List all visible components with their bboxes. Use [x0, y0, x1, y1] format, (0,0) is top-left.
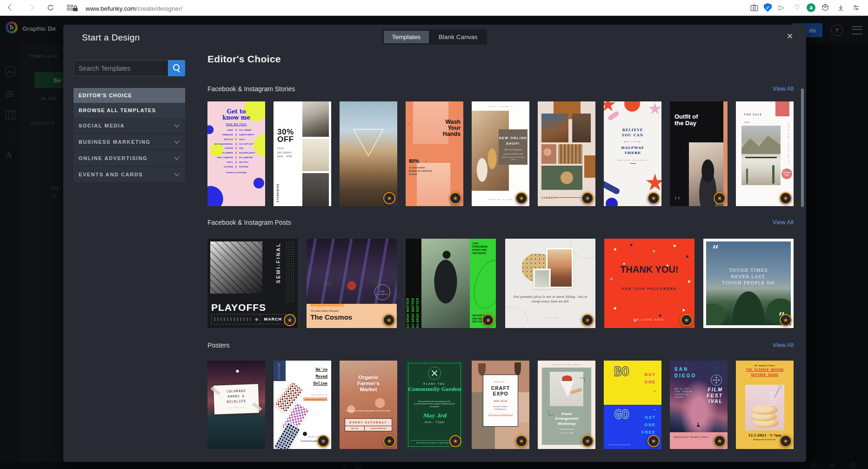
category-events-and-cards[interactable]: EVENTS AND CARDS	[73, 167, 185, 182]
view-all-posters[interactable]: View All	[773, 342, 794, 348]
template-community-garden[interactable]: PLANT THE Community Garden All are welco…	[406, 361, 463, 449]
band-stamp: THE COSMOS	[374, 284, 390, 300]
template-handstand-photo[interactable]: ★	[340, 101, 397, 206]
template-text: TOUGH TIMES NEVER LAST, TOUGH PEOPLE DO	[722, 268, 775, 287]
posts-row: SEMI-FINAL PLAYOFFS ◉ MARCH 4 ★ THE COSM…	[207, 239, 794, 328]
template-floral-workshop[interactable]: Hosted at Craft House Floral Arrangement…	[538, 361, 595, 449]
category-business-marketing[interactable]: BUSINESS MARKETING	[73, 134, 185, 149]
template-colorado-parks[interactable]: COLORADOPARKS &WILDLIFE cpw.state.co.us	[207, 361, 265, 449]
forward-icon[interactable]	[25, 2, 36, 13]
template-get-to-know-me[interactable]: Get to know me THIS OR THAT CAKEICE CREA…	[207, 101, 265, 206]
template-text: HALFWAY THERE	[616, 145, 649, 155]
chevron-down-icon	[174, 171, 179, 176]
pill-shape	[604, 179, 621, 195]
play-extension-icon[interactable]: ▷	[776, 2, 787, 13]
extension-cube-icon[interactable]	[820, 2, 831, 13]
category-online-advertising[interactable]: ONLINE ADVERTISING	[73, 150, 185, 166]
template-text: THE SCIENCE BEHIND REFINED SUGAR	[742, 368, 787, 378]
category-label: ONLINE ADVERTISING	[79, 155, 147, 161]
template-text: The Cosmos	[310, 313, 352, 321]
mountains	[741, 134, 781, 154]
template-weve-moved-online[interactable]: ART SUPPLIES We've Moved Online shop wit…	[274, 361, 331, 449]
template-san-diego-film-festival[interactable]: SAN DIEGO MAY 23, 2021 · 3 PM · SEASIDE …	[670, 361, 728, 449]
template-text: THIS SATURDAY9AM - 9PM	[277, 147, 298, 159]
template-text: PLANT THE	[406, 383, 463, 385]
back-icon[interactable]	[6, 2, 17, 13]
template-outfit-of-the-day[interactable]: Outfit of the Day ↑↑ ★	[670, 101, 728, 206]
starburst-shape	[604, 101, 616, 113]
settings-sliders-icon[interactable]	[850, 2, 861, 13]
template-the-cosmos[interactable]: THE COSMOS Pre-Sale Album Release The Co…	[307, 239, 397, 328]
heart-extension-icon[interactable]: ♡	[791, 2, 802, 13]
sidebar-item-browse-all[interactable]: BROWSE ALL TEMPLATES	[73, 103, 185, 118]
surfer-silhouette	[696, 422, 700, 429]
template-bogo[interactable]: BO BUY ONE – GO – GET ONE FREE Items mus…	[604, 361, 661, 449]
template-text: Organic Farmer's Market	[348, 375, 388, 393]
view-all-stories[interactable]: View All	[773, 85, 794, 92]
bouquet-photo	[550, 372, 583, 406]
premium-star-badge: ★	[581, 314, 594, 326]
premium-star-badge: ★	[714, 192, 726, 204]
template-current-mood[interactable]: CURRENT MOOD ★	[538, 101, 595, 206]
template-text: canyonartsupply.co	[303, 397, 328, 401]
search-button[interactable]	[168, 60, 185, 76]
close-icon[interactable]: ×	[784, 30, 796, 42]
address-bar[interactable]: www.befunky.com/create/designer/	[86, 5, 182, 12]
star-icon: ★	[387, 438, 392, 444]
template-text: AND YOU'RE	[604, 141, 661, 143]
donuts-photo	[745, 385, 784, 430]
template-dj-gray-matter[interactable]: DJ GRAY MATTER DJ GRAY MATTER DJ GRAY MA…	[406, 239, 496, 328]
category-social-media[interactable]: SOCIAL MEDIA	[73, 118, 185, 133]
vertical-text-column: DJ GRAY MATTER DJ GRAY MATTER DJ GRAY MA…	[406, 239, 421, 328]
modal-title: Start a Design	[82, 33, 140, 43]
category-label: EVENTS AND CARDS	[79, 172, 143, 177]
corner-mark	[580, 378, 585, 383]
tab-templates[interactable]: Templates	[384, 31, 429, 43]
chevron-down-icon	[174, 154, 179, 160]
sidebar-item-editors-choice[interactable]: EDITOR'S CHOICE	[73, 88, 185, 103]
refresh-icon[interactable]	[45, 2, 56, 13]
template-text: THIS OR THAT	[207, 123, 265, 126]
chevron-down-icon	[174, 138, 179, 143]
template-craft-expo[interactable]: ANNUAL CRAFT EXPO NOV. 29-30 9am-4pm | C…	[472, 361, 529, 449]
posters-row: COLORADOPARKS &WILDLIFE cpw.state.co.us …	[207, 361, 794, 449]
view-all-posts[interactable]: View All	[773, 219, 794, 226]
search-input[interactable]	[73, 60, 168, 76]
star-icon: ★	[519, 195, 524, 201]
account-avatar[interactable]: a	[807, 3, 815, 12]
tab-blank-canvas[interactable]: Blank Canvas	[430, 31, 486, 43]
template-text: BO	[614, 366, 624, 378]
expo-card: ANNUAL CRAFT EXPO NOV. 29-30 9am-4pm | C…	[483, 375, 518, 427]
schedule-banner: EVERY SATURDAY 9am - 5pmLocated at Tillm…	[345, 418, 392, 431]
section-title-posters: Posters	[207, 342, 229, 349]
template-30-percent-off[interactable]: 30%OFF THIS SATURDAY9AM - 9PM STOREWIDE	[274, 101, 331, 206]
page-title: Editor's Choice	[207, 54, 281, 65]
template-confucius-quote[interactable]: Our greatest glory is not in never falli…	[505, 239, 595, 328]
template-text: Wash Your Hands	[434, 119, 461, 137]
collage-photo	[541, 144, 556, 164]
template-organic-farmers-market[interactable]: Organic Farmer's Market Locally grown or…	[340, 361, 397, 449]
premium-star-badge: ★	[780, 314, 792, 326]
stories-row: Get to know me THIS OR THAT CAKEICE CREA…	[207, 101, 794, 206]
template-text: Floral Arrangement Workshop	[550, 412, 583, 426]
adblock-shield-icon[interactable]: ✓	[764, 3, 772, 12]
template-playoffs[interactable]: SEMI-FINAL PLAYOFFS ◉ MARCH 4 ★	[207, 239, 298, 328]
earring-shape	[478, 363, 486, 375]
divider	[630, 163, 636, 164]
template-wash-your-hands[interactable]: → Wash Your Hands 80% ← of communicable …	[406, 101, 463, 206]
template-text: Items must be of equal or lesser value	[608, 444, 630, 446]
star-icon: ★	[651, 195, 656, 201]
star-icon: ★	[783, 438, 788, 444]
template-believe-quote[interactable]: BELIEVE YOU CAN AND YOU'RE HALFWAY THERE…	[604, 101, 661, 206]
template-corner-ceramics[interactable]: Corner Ceramics NEW ONLINE SHOP! We just…	[472, 101, 529, 206]
template-tough-times[interactable]: “ TOUGH TIMES NEVER LAST, TOUGH PEOPLE D…	[703, 239, 794, 328]
modal-scrollbar[interactable]	[801, 88, 804, 207]
template-science-of-sugar[interactable]: Dr. Angelica Carter THE SCIENCE BEHIND R…	[736, 361, 794, 449]
screenshot-icon[interactable]	[748, 2, 760, 13]
premium-star-badge: ★	[581, 435, 594, 447]
template-thank-you[interactable]: THANK YOU! FOR 100K FOLLOWERS WE LOVE YO…	[604, 239, 694, 328]
accent-stripe	[723, 101, 728, 206]
template-for-sale-realty[interactable]: FOR SALE ///// 4225 Mesa Ave, Palm Sprin…	[736, 101, 794, 206]
download-icon[interactable]	[835, 2, 846, 13]
roof-line	[745, 157, 776, 159]
